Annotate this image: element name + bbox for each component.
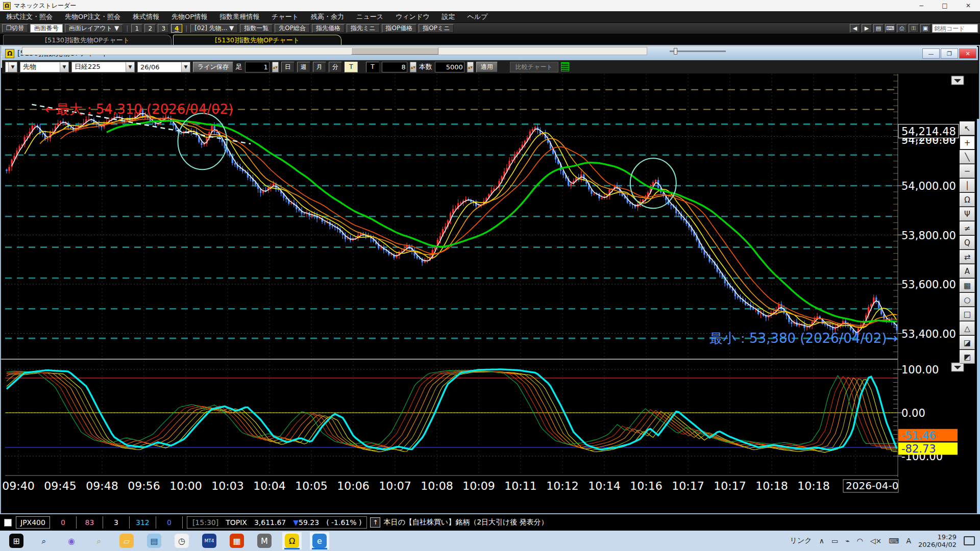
monitor-icon[interactable]: ▤ <box>873 24 884 33</box>
cycle-arrows-icon[interactable]: ⇄ <box>960 250 975 264</box>
tick-button[interactable]: T <box>345 62 358 72</box>
ellipse-tool-icon[interactable]: ○ <box>960 293 975 307</box>
menu-item[interactable]: ニュース <box>350 12 389 21</box>
close-button[interactable]: ✕ <box>957 2 980 9</box>
mt4-icon[interactable]: MT4 <box>199 532 219 550</box>
count-input[interactable]: 5000 <box>435 62 464 72</box>
quick-screen-button[interactable]: 指OPミニ <box>419 24 454 33</box>
screen-2-button[interactable]: 2 <box>144 24 156 33</box>
zoom-slider-handle[interactable] <box>674 48 677 55</box>
quick-screen-button[interactable]: 指数一覧 <box>240 24 273 33</box>
clock-icon[interactable]: ◷ <box>172 532 192 550</box>
save-lines-button[interactable]: ライン保存 <box>193 62 233 72</box>
vertical-line-icon[interactable]: │ <box>960 179 975 192</box>
symbol-dropdown[interactable]: 日経225▼ <box>71 62 135 72</box>
menu-item[interactable]: 指数業種情報 <box>213 12 265 21</box>
menu-item[interactable]: チャート <box>265 12 305 21</box>
menu-item[interactable]: ヘルプ <box>461 12 494 21</box>
quick-screen-button[interactable]: 指OP価格 <box>382 24 417 33</box>
screen-number-button[interactable]: 画面番号 <box>30 24 63 33</box>
explorer-icon[interactable]: ▱ <box>116 532 137 550</box>
menu-item[interactable]: 先物OP情報 <box>165 12 213 21</box>
screen-1-button[interactable]: 1 <box>131 24 142 33</box>
camera-icon[interactable]: ▣ <box>920 24 930 33</box>
layout-dropdown[interactable]: 画面レイアウト ▼ <box>65 24 123 33</box>
window-tab-inactive[interactable]: [5130]指数先物OPチャート <box>3 35 172 45</box>
keyboard-icon[interactable]: ⌨ <box>889 537 899 545</box>
m-app-icon[interactable]: M <box>254 532 275 550</box>
cursor-icon[interactable]: ↖ <box>960 121 975 135</box>
minimize-button[interactable]: − <box>910 2 933 9</box>
chevron-up-icon[interactable]: ∧ <box>819 537 824 545</box>
chart-close-button[interactable]: ✕ <box>959 48 976 59</box>
mute-icon[interactable]: ◁× <box>870 537 882 545</box>
pane-right-icon[interactable]: ▶ <box>862 24 872 33</box>
indicator-list-icon[interactable] <box>561 62 569 71</box>
screen-switch-button[interactable]: ❐切替 <box>2 24 28 33</box>
monex-icon[interactable]: Ω <box>282 532 302 550</box>
diagonal-line-icon[interactable]: ╲ <box>960 150 975 164</box>
eraser-icon[interactable]: ◪ <box>960 336 975 349</box>
copilot-icon[interactable]: ◉ <box>61 532 82 550</box>
maximize-button[interactable]: □ <box>933 2 957 9</box>
contract-dropdown[interactable]: 26/06▼ <box>137 62 190 72</box>
news-expand-button[interactable]: ↑ <box>370 517 380 528</box>
apply-button[interactable]: 適用 <box>476 62 498 72</box>
magnifier-app-icon[interactable]: ⌕ <box>89 532 109 550</box>
crosshair-icon[interactable]: + <box>960 136 975 149</box>
start-button[interactable]: ⊞ <box>6 532 27 550</box>
pitchfork-icon[interactable]: Ψ <box>960 207 975 221</box>
chart-maximize-button[interactable]: ❐ <box>941 48 958 59</box>
menu-item[interactable]: 株式注文・照会 <box>0 12 59 21</box>
edge-icon[interactable]: e <box>309 532 330 550</box>
zoom-slider[interactable] <box>670 51 726 52</box>
pane-left-icon[interactable]: ◀ <box>850 24 860 33</box>
bar-interval-input[interactable]: 1 <box>245 62 270 72</box>
quick-screen-button[interactable]: 先OP総合 <box>275 24 310 33</box>
t2-button[interactable]: T <box>366 62 379 72</box>
period-week-button[interactable]: 週 <box>297 62 310 72</box>
search-icon[interactable]: ⌕ <box>34 532 54 550</box>
eraser-all-icon[interactable]: ◩ <box>960 350 975 364</box>
office-icon[interactable]: ▦ <box>227 532 247 550</box>
spinner-icon[interactable]: ▲▼ <box>467 62 474 72</box>
menu-item[interactable]: 残高・余力 <box>305 12 350 21</box>
chart-scrollbar[interactable] <box>22 47 647 55</box>
menu-item[interactable]: 株式情報 <box>127 12 165 21</box>
text-tool-icon[interactable]: A <box>960 264 975 278</box>
quick-screen-button[interactable]: 指先ミニ <box>347 24 380 33</box>
preset-dropdown[interactable]: [02] 先物... ▼ <box>190 24 238 33</box>
keyboard-icon[interactable]: ⌨ <box>885 24 895 33</box>
period-day-button[interactable]: 日 <box>281 62 295 72</box>
category-dropdown[interactable]: 先物▼ <box>20 62 69 72</box>
compare-chart-button[interactable]: 比較チャート <box>510 62 558 72</box>
notification-icon[interactable] <box>964 536 975 545</box>
grid-tool-icon[interactable]: ▦ <box>960 279 975 292</box>
window-tab-active[interactable]: [5130]指数先物OPチャート <box>173 35 341 45</box>
printer-icon[interactable]: ⎙ <box>897 24 907 33</box>
symbol-code-input[interactable] <box>932 24 978 33</box>
scrollbar-thumb[interactable] <box>351 47 438 55</box>
quick-screen-button[interactable]: 指先価格 <box>312 24 345 33</box>
alert-bell-icon[interactable]: Ω <box>960 193 975 207</box>
notepad-icon[interactable]: ▤ <box>144 532 164 550</box>
spinner-icon[interactable]: ▲▼ <box>410 62 416 72</box>
spinner-icon[interactable]: ▲▼ <box>272 62 279 72</box>
period-minute-button[interactable]: 分 <box>329 62 342 72</box>
battery-icon[interactable]: ⌁ <box>845 537 849 545</box>
menu-item[interactable]: 設定 <box>436 12 461 21</box>
screen-3-button[interactable]: 3 <box>158 24 169 33</box>
horizontal-line-icon[interactable]: ─ <box>960 164 975 178</box>
chart-minimize-button[interactable]: — <box>922 48 940 59</box>
tray-link-label[interactable]: リンク <box>790 536 812 545</box>
screen-4-button[interactable]: 4 <box>171 24 182 33</box>
menu-item[interactable]: ウィンドウ <box>389 12 436 21</box>
triangle-tool-icon[interactable]: △ <box>960 321 975 335</box>
news-ticker[interactable]: 本日の【自社株買い】銘柄（2日大引け後 発表分） <box>383 518 548 527</box>
t-value-input[interactable]: 8 <box>382 62 407 72</box>
rectangle-tool-icon[interactable]: □ <box>960 307 975 321</box>
quote-list-icon[interactable]: Q <box>960 236 975 249</box>
ime-indicator[interactable]: A <box>906 537 911 545</box>
tray-clock[interactable]: 19:29 2026/04/02 <box>918 533 957 548</box>
status-checkbox[interactable] <box>4 519 12 527</box>
